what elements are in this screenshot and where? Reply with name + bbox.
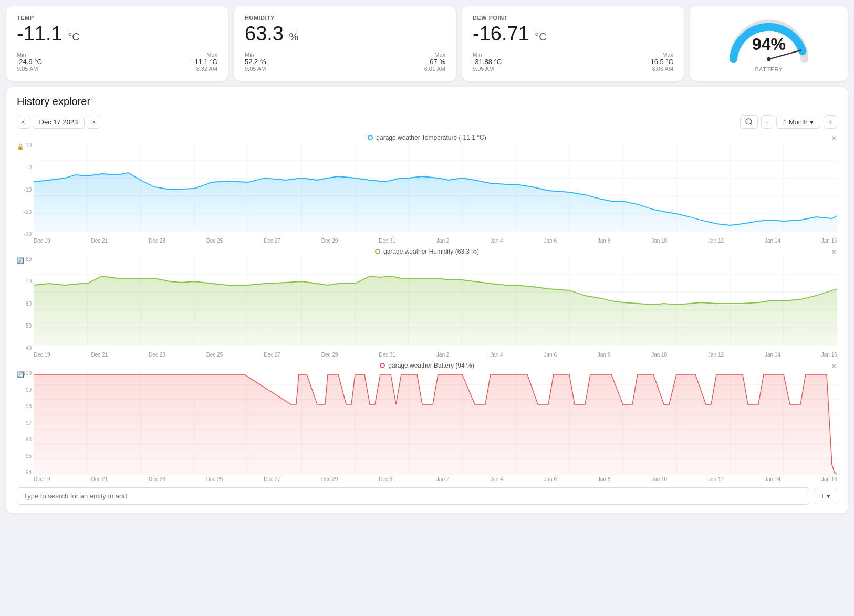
zoom-controls: - 1 Month ▾ + (740, 115, 837, 129)
history-card: History explorer < Dec 17 2023 > - 1 Mon… (6, 87, 848, 513)
date-prev-button[interactable]: < (17, 116, 30, 129)
battery-chart-legend: garage.weather Battery (94 %) (380, 362, 474, 369)
humidity-x-axis: Dec 19 Dec 21 Dec 23 Dec 25 Dec 27 Dec 2… (17, 352, 837, 358)
battery-chart-container: garage.weather Battery (94 %) ✕ 🔄 100 99… (17, 362, 837, 482)
battery-card: 94% BATTERY (690, 6, 848, 81)
humidity-value: 63.3 % (245, 23, 445, 45)
zoom-plus-button[interactable]: + (824, 115, 837, 129)
temp-value: -11.1 °C (17, 23, 217, 45)
battery-chart-lock: 🔄 (17, 371, 24, 378)
humidity-label: HUMIDITY (245, 15, 445, 21)
search-icon (745, 118, 753, 126)
date-nav: < Dec 17 2023 > (17, 116, 100, 129)
dewpoint-value: -16.71 °C (473, 23, 673, 45)
temp-max-col: Max -11.1 °C 8:32 AM (192, 51, 217, 72)
battery-chart-area (34, 370, 837, 475)
temp-legend-dot (368, 135, 373, 140)
humidity-chart-wrapper: 🔄 80 70 60 50 40 (17, 256, 837, 351)
temp-y-axis: 10 0 -10 -20 -30 (17, 142, 34, 237)
dewpoint-min-col: Min -31.88 °C 9:05 AM (473, 51, 502, 72)
battery-percent: 94% (752, 35, 786, 54)
temp-legend-label: garage.weather Temperature (-11.1 °C) (376, 134, 486, 141)
svg-marker-62 (34, 374, 837, 475)
date-next-button[interactable]: > (87, 116, 100, 129)
svg-point-1 (767, 57, 771, 61)
battery-gauge: 94% BATTERY (722, 15, 816, 72)
battery-chart-header: garage.weather Battery (94 %) ✕ (17, 362, 837, 369)
temp-chart-header: garage.weather Temperature (-11.1 °C) ✕ (17, 134, 837, 141)
date-label: Dec 17 2023 (33, 116, 85, 129)
dewpoint-card: Dew Point -16.71 °C Min -31.88 °C 9:05 A… (462, 6, 684, 81)
humidity-chart-container: garage.weather Humidity (63.3 %) ✕ 🔄 80 … (17, 248, 837, 358)
humidity-minmax: Min 52.2 % 9:05 AM Max 67 % 6:01 AM (245, 51, 445, 72)
battery-chart-close[interactable]: ✕ (831, 362, 837, 370)
search-bar: + ▾ (17, 487, 837, 505)
humidity-legend-label: garage.weather Humidity (63.3 %) (383, 248, 479, 255)
history-controls: < Dec 17 2023 > - 1 Month ▾ + (17, 115, 837, 129)
svg-marker-22 (34, 173, 837, 232)
zoom-icon-button[interactable] (740, 115, 758, 129)
humidity-chart-lock: 🔄 (17, 257, 24, 264)
humidity-chart-area (34, 256, 837, 351)
humidity-chart-svg (34, 256, 837, 346)
search-input[interactable] (17, 487, 809, 505)
temp-minmax: Min -24.9 °C 9:05 AM Max -11.1 °C 8:32 A… (17, 51, 217, 72)
temp-card: TEMP -11.1 °C Min -24.9 °C 9:05 AM Max -… (6, 6, 228, 81)
zoom-minus-button[interactable]: - (761, 115, 773, 129)
temp-x-axis: Dec 19 Dec 21 Dec 23 Dec 25 Dec 27 Dec 2… (17, 238, 837, 244)
battery-y-axis: 100 99 98 97 96 95 94 (17, 370, 34, 475)
svg-point-2 (746, 119, 752, 124)
battery-label: BATTERY (755, 66, 783, 72)
battery-chart-wrapper: 🔄 100 99 98 97 96 95 94 (17, 370, 837, 475)
svg-marker-41 (34, 276, 837, 346)
temp-chart-wrapper: 🔒 10 0 -10 -20 -30 (17, 142, 837, 237)
humidity-card: HUMIDITY 63.3 % Min 52.2 % 9:05 AM Max 6… (234, 6, 456, 81)
humidity-max-col: Max 67 % 6:01 AM (424, 51, 445, 72)
humidity-chart-header: garage.weather Humidity (63.3 %) ✕ (17, 248, 837, 255)
humidity-y-axis: 80 70 60 50 40 (17, 256, 34, 351)
battery-legend-label: garage.weather Battery (94 %) (388, 362, 474, 369)
temp-min-col: Min -24.9 °C 9:05 AM (17, 51, 42, 72)
temp-chart-legend: garage.weather Temperature (-11.1 °C) (368, 134, 486, 141)
temp-chart-area (34, 142, 837, 237)
battery-chart-svg (34, 370, 837, 475)
dewpoint-label: Dew Point (473, 15, 673, 21)
temp-chart-lock: 🔒 (17, 143, 24, 150)
history-title: History explorer (17, 96, 837, 108)
dewpoint-minmax: Min -31.88 °C 9:05 AM Max -16.5 °C 6:06 … (473, 51, 673, 72)
dewpoint-max-col: Max -16.5 °C 6:06 AM (648, 51, 673, 72)
humidity-min-col: Min 52.2 % 9:05 AM (245, 51, 266, 72)
temp-chart-container: garage.weather Temperature (-11.1 °C) ✕ … (17, 134, 837, 244)
temp-chart-close[interactable]: ✕ (831, 134, 837, 142)
svg-line-3 (751, 123, 752, 125)
add-entity-button[interactable]: + ▾ (814, 488, 837, 504)
battery-x-axis: Dec 19 Dec 21 Dec 23 Dec 25 Dec 27 Dec 2… (17, 476, 837, 482)
battery-legend-dot (380, 363, 385, 368)
humidity-chart-close[interactable]: ✕ (831, 248, 837, 256)
humidity-legend-dot (375, 249, 380, 254)
temp-label: TEMP (17, 15, 217, 21)
period-select[interactable]: 1 Month ▾ (776, 116, 820, 129)
temp-chart-svg (34, 142, 837, 232)
humidity-chart-legend: garage.weather Humidity (63.3 %) (375, 248, 479, 255)
